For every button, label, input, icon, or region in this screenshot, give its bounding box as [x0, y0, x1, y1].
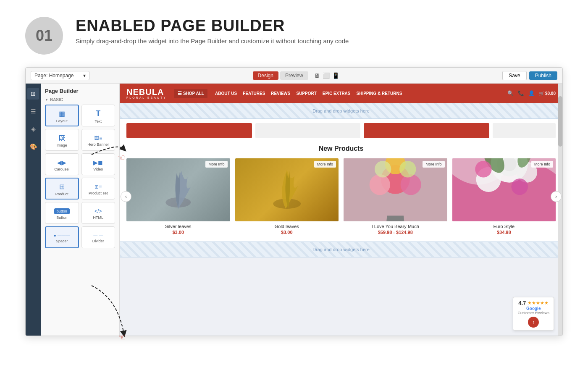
product-set-icon: ⊞≡ [94, 184, 102, 190]
widget-layout-label: Layout [56, 119, 68, 123]
product-card-2: More Info Gold leaves $3.00 [235, 158, 339, 235]
store-logo: NEBULA FLORAL BEAUTY [126, 88, 167, 99]
more-info-btn-3[interactable]: More Info [423, 161, 444, 168]
nav-reviews[interactable]: REVIEWS [271, 91, 290, 96]
more-info-btn-4[interactable]: More Info [531, 161, 553, 168]
widget-product-set[interactable]: ⊞≡ Product set [81, 178, 116, 200]
design-tab[interactable]: Design [253, 71, 278, 80]
widget-html-label: HTML [93, 215, 104, 220]
phone-icon[interactable]: 📞 [518, 90, 524, 96]
chevron-down-icon: ▾ [83, 73, 86, 79]
widget-image[interactable]: 🖼 Image [45, 129, 79, 151]
carousel-arrow-left[interactable]: ‹ [121, 191, 131, 202]
google-brand: Google [526, 306, 541, 311]
widget-spacer[interactable]: ● ——— Spacer [45, 226, 79, 248]
product-image-1 [126, 158, 230, 221]
layout-icon: ▦ [59, 110, 65, 118]
sidebar-icon-layers[interactable]: ☰ [27, 105, 39, 117]
device-icons: 🖥 ⬜ 📱 [314, 72, 339, 79]
logo-sub: FLORAL BEAUTY [126, 96, 167, 99]
widget-product[interactable]: ⊞ Product [45, 178, 79, 200]
mobile-icon[interactable]: 📱 [332, 72, 339, 79]
product-name-2: Gold leaves [235, 224, 339, 229]
page-selector[interactable]: Page: Homepage ▾ [31, 71, 89, 80]
preview-tab[interactable]: Preview [280, 71, 308, 80]
sidebar-icon-home[interactable]: ⊞ [27, 88, 39, 100]
svg-point-5 [401, 174, 421, 195]
product-image-4 [452, 158, 556, 221]
widgets-grid: ▦ Layout T Text 🖼 Image 🖼≡ Hero Banner [45, 105, 115, 248]
nav-features[interactable]: FEATURES [243, 91, 265, 96]
more-info-btn-1[interactable]: More Info [205, 161, 227, 168]
svg-point-18 [511, 178, 528, 195]
bottom-drag-zone[interactable]: Drag and drop widgets here [120, 242, 562, 257]
banner-white-1 [255, 123, 360, 138]
scrollbar-thumb [558, 96, 562, 147]
widget-product-set-label: Product set [89, 191, 108, 195]
top-drag-zone[interactable]: Drag and drop widgets here [120, 103, 562, 119]
product-card-3: More Info I Love You Beary Much $59.98 -… [344, 158, 447, 235]
widget-carousel[interactable]: ◀▶ Carousel [45, 153, 79, 175]
video-icon: ▶◼ [93, 159, 103, 166]
svg-point-7 [375, 161, 391, 177]
desktop-icon[interactable]: 🖥 [314, 72, 320, 79]
sidebar-icons: ⊞ ☰ ◈ 🎨 [26, 84, 41, 336]
widget-text[interactable]: T Text [81, 105, 116, 126]
nav-epic[interactable]: EPIC EXTRAS [323, 91, 351, 96]
widget-layout[interactable]: ▦ Layout [45, 105, 79, 126]
carousel-arrow-right[interactable]: › [551, 191, 562, 202]
page-subtitle: Simply drag-and-drop the widget into the… [76, 37, 349, 45]
sidebar-icon-shapes[interactable]: ◈ [27, 123, 39, 135]
ui-container: Page: Homepage ▾ Design Preview 🖥 ⬜ 📱 Sa… [25, 67, 563, 336]
widget-carousel-label: Carousel [54, 167, 69, 171]
nav-shipping[interactable]: SHIPPING & RETURNS [357, 91, 402, 96]
nav-icons: 🔍 📞 👤 🛒 $0.00 [507, 90, 556, 96]
more-info-btn-2[interactable]: More Info [314, 161, 336, 168]
review-rating: 4.7 [518, 300, 526, 306]
preview-area[interactable]: NEBULA FLORAL BEAUTY ☰ SHOP ALL ABOUT US… [120, 84, 562, 336]
image-icon: 🖼 [58, 134, 65, 142]
google-review-badge[interactable]: 4.7 ★★★★★ Google Customer Reviews ↑ [513, 297, 554, 331]
product-price-2: $3.00 [235, 230, 339, 235]
main-area: ⊞ ☰ ◈ 🎨 Page Builder BASIC ▦ Layout T Te… [26, 84, 562, 336]
product-name-4: Euro Style [452, 224, 556, 229]
nav-shop-all[interactable]: ☰ SHOP ALL [174, 89, 207, 98]
divider-icon: — — [93, 233, 103, 238]
product-name-3: I Love You Beary Much [344, 224, 447, 229]
publish-button[interactable]: Publish [529, 71, 557, 80]
product-price-4: $34.98 [452, 230, 556, 235]
product-img-svg-1 [126, 158, 230, 221]
products-grid: ‹ More Info Silver leaves $3.00 [126, 158, 556, 235]
svg-point-4 [370, 174, 390, 195]
cart-button[interactable]: 🛒 $0.00 [539, 91, 556, 96]
widget-button[interactable]: button Button [45, 202, 79, 224]
widget-product-label: Product [55, 192, 68, 196]
html-icon: </> [94, 208, 102, 214]
topbar-actions: Save Publish [502, 71, 557, 80]
nav-support[interactable]: SUPPORT [296, 91, 316, 96]
widget-image-label: Image [57, 143, 67, 147]
top-bar: Page: Homepage ▾ Design Preview 🖥 ⬜ 📱 Sa… [26, 68, 562, 84]
nav-about[interactable]: ABOUT US [215, 91, 237, 96]
store-nav: NEBULA FLORAL BEAUTY ☰ SHOP ALL ABOUT US… [120, 84, 562, 103]
tablet-icon[interactable]: ⬜ [323, 72, 330, 79]
spacer-icon: ● ——— [54, 233, 70, 238]
view-toggle: Design Preview 🖥 ⬜ 📱 [94, 71, 498, 80]
banner-area [120, 119, 562, 138]
widget-divider[interactable]: — — Divider [81, 226, 116, 248]
scroll-up-button[interactable]: ↑ [528, 317, 539, 328]
preview-scrollbar[interactable] [558, 84, 562, 336]
product-img-svg-4 [452, 158, 556, 221]
sidebar-icon-style[interactable]: 🎨 [27, 141, 39, 152]
widget-text-label: Text [94, 119, 102, 123]
widget-hero-banner[interactable]: 🖼≡ Hero Banner [81, 129, 116, 151]
widget-video[interactable]: ▶◼ Video [81, 153, 116, 175]
svg-point-17 [475, 161, 491, 177]
search-icon[interactable]: 🔍 [507, 90, 514, 96]
nav-links: ABOUT US FEATURES REVIEWS SUPPORT EPIC E… [215, 91, 500, 96]
menu-icon: ☰ [178, 91, 182, 96]
widget-html[interactable]: </> HTML [81, 202, 116, 224]
account-icon[interactable]: 👤 [528, 90, 535, 96]
save-button[interactable]: Save [502, 71, 526, 80]
products-section-title: New Products [126, 145, 556, 152]
